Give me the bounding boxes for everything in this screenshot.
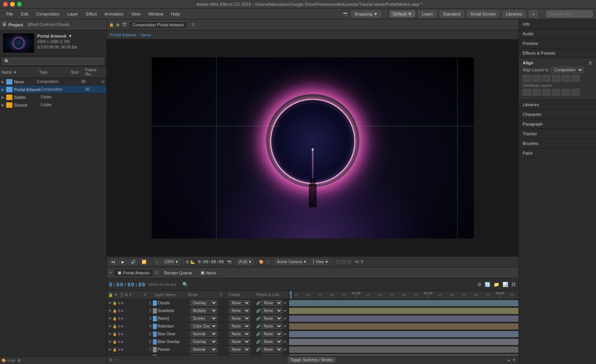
loop-btn[interactable]: 🔁 (139, 259, 149, 265)
tl-icon-4[interactable]: 📊 (502, 282, 508, 287)
dist-center-v-btn[interactable]: ⬛ (561, 89, 570, 96)
layer-5-trkmat[interactable]: None (229, 331, 250, 337)
zoom-dropdown[interactable]: 100% ▼ (162, 259, 180, 265)
minimize-button[interactable] (10, 2, 15, 7)
close-button[interactable] (3, 2, 8, 7)
layer-5-mode[interactable]: Normal Multiply Screen (190, 331, 217, 337)
playback-controls[interactable]: ⏮ (109, 259, 118, 265)
workspace-standard[interactable]: Standard (440, 10, 464, 17)
layer-4-parent[interactable]: None (261, 323, 282, 329)
play-btn[interactable]: ▶ (119, 259, 127, 265)
view-dropdown[interactable]: 1 View ▼ (310, 259, 331, 265)
dist-top-btn[interactable]: ⬛ (552, 89, 560, 96)
tl-tab-menu[interactable]: ☰ (155, 271, 158, 275)
menu-edit[interactable]: Edit (18, 11, 31, 17)
right-character[interactable]: Character (519, 110, 596, 119)
layer-2-mode[interactable]: Multiply Normal Screen (190, 308, 217, 314)
workspace-small[interactable]: Small Screen (467, 10, 499, 17)
tl-icon-2[interactable]: 🔄 (485, 282, 490, 287)
layer-5-parent[interactable]: None (261, 331, 282, 337)
layer-7-parent[interactable]: None (261, 347, 282, 352)
layer-2-trkmat[interactable]: None (229, 308, 250, 314)
layer-row-4[interactable]: 👁 🔒 ⚙ ▶ 4 Relection Color Doc Normal (107, 323, 289, 330)
col-type-header[interactable]: Type (39, 70, 70, 74)
current-time-display[interactable]: 0:00:00:00 (109, 281, 146, 288)
right-brushes[interactable]: Brushes (519, 139, 596, 148)
dist-right-btn[interactable]: ⬛ (542, 89, 551, 96)
layer-2-parent[interactable]: None (261, 308, 282, 314)
right-info[interactable]: Info (519, 19, 596, 29)
tl-tab-neon[interactable]: ▣ Neon (198, 269, 219, 276)
tl-tab-portal[interactable]: ▣ Portal Artwork (114, 269, 152, 276)
ruler-icon[interactable]: 📐 (191, 260, 195, 264)
layer-row-7[interactable]: 👁 🔒 ⚙ ▶ 7 Person Normal Multiply (107, 346, 289, 354)
project-search-input[interactable] (2, 58, 104, 65)
layer-row-1[interactable]: 👁 🔒 ⚙ ▶ 1 Clouds Overlay Normal (107, 299, 289, 307)
trash-icon[interactable]: 🗑 (17, 359, 21, 362)
layer-3-parent[interactable]: None (261, 316, 282, 321)
layer-4-trkmat[interactable]: None (229, 323, 250, 329)
layer-1-trkmat[interactable]: None (229, 300, 250, 306)
col-name-header[interactable]: Name ▼ (2, 70, 38, 74)
right-paint[interactable]: Paint (519, 148, 596, 158)
right-audio[interactable]: Audio (519, 29, 596, 39)
menu-animation[interactable]: Animation (101, 11, 126, 17)
layer-3-mode[interactable]: Screen Normal Multiply (190, 316, 217, 321)
toggle-switches-btn[interactable]: Toggle Switches / Modes (288, 357, 336, 363)
align-left-btn[interactable]: ⬛ (523, 75, 531, 82)
effect-controls-tab[interactable]: Effect Controls Clouds (28, 22, 69, 27)
col-frame-header[interactable]: Frame Ra... (85, 68, 105, 76)
menu-view[interactable]: View (128, 11, 144, 17)
camera-dropdown[interactable]: Active Camera ▼ (275, 259, 308, 265)
dist-left-btn[interactable]: ⬛ (523, 89, 531, 96)
menu-window[interactable]: Window (145, 11, 166, 17)
quality-dropdown[interactable]: (Full) ▼ (237, 259, 254, 265)
search-help-input[interactable] (546, 10, 593, 17)
comp-name-arrow[interactable]: ▼ (68, 33, 72, 39)
tl-bottom-icon2[interactable]: + (114, 358, 116, 362)
right-paragraph[interactable]: Paragraph (519, 119, 596, 129)
transparency-icon[interactable]: ⬛ (265, 260, 270, 264)
layer-row-5[interactable]: 👁 🔒 ⚙ ▶ 5 Blue Glow Normal Multiply (107, 330, 289, 338)
layer-7-mode[interactable]: Normal Multiply (190, 347, 217, 352)
tl-bottom-collapse[interactable]: ▼ (512, 358, 516, 362)
align-bottom-btn[interactable]: ⬛ (571, 75, 580, 82)
workspace-learn[interactable]: Learn (418, 10, 436, 17)
menu-effect[interactable]: Effect (83, 11, 100, 17)
align-right-btn[interactable]: ⬛ (542, 75, 551, 82)
layer-4-mode[interactable]: Color Doc Normal (190, 323, 217, 329)
maximize-button[interactable] (17, 2, 22, 7)
layer-row-6[interactable]: 👁 🔒 ⚙ ▶ 6 Blue Overlay Overlay Normal (107, 338, 289, 346)
comp-panel-menu[interactable]: ☰ (191, 22, 195, 27)
tl-bottom-expand[interactable]: ▲ (507, 358, 511, 362)
file-item-neon[interactable]: ▶ Neon Composition 60 ⊞ (0, 78, 106, 86)
menu-file[interactable]: File (3, 11, 16, 17)
layer-7-trkmat[interactable]: None (229, 347, 250, 352)
col-size-header[interactable]: Size (71, 70, 85, 74)
dist-bottom-btn[interactable]: ⬛ (571, 89, 580, 96)
audio-btn[interactable]: 🔊 (128, 259, 138, 265)
align-section-menu[interactable]: ☰ (589, 61, 592, 65)
layer-1-mode[interactable]: Overlay Normal Multiply Screen (190, 300, 217, 306)
workspace-more[interactable]: » (529, 10, 538, 17)
home-btn[interactable]: ⌂ (154, 259, 161, 265)
align-center-v-btn[interactable]: ⬛ (561, 75, 570, 82)
file-item-solids[interactable]: ▶ Solids Folder (0, 93, 106, 101)
workspace-libraries[interactable]: Libraries (502, 10, 526, 17)
menu-help[interactable]: Help (168, 11, 183, 17)
tl-icon-5[interactable]: ⛓ (511, 282, 516, 287)
breadcrumb-neon[interactable]: Neon (141, 33, 151, 37)
tl-tab-render[interactable]: Render Queue (161, 270, 195, 276)
layer-1-parent[interactable]: None (261, 300, 282, 306)
menu-composition[interactable]: Composition (33, 11, 63, 17)
layer-6-parent[interactable]: None (261, 339, 282, 345)
right-effects[interactable]: Effects & Presets (519, 48, 596, 58)
grid-icon[interactable]: ⊞ (186, 260, 189, 264)
right-libraries[interactable]: Libraries (519, 100, 596, 110)
tl-close-icon[interactable]: ✕ (109, 271, 112, 275)
dist-center-h-btn[interactable]: ⬛ (532, 89, 541, 96)
menu-layer[interactable]: Layer (64, 11, 81, 17)
layer-row-3[interactable]: 👁 🔒 ⚙ ▶ 3 [Neon] Screen Normal (107, 315, 289, 323)
right-preview[interactable]: Preview (519, 39, 596, 48)
file-item-portal[interactable]: ▶ Portal Artwork Composition 60 (0, 86, 106, 93)
